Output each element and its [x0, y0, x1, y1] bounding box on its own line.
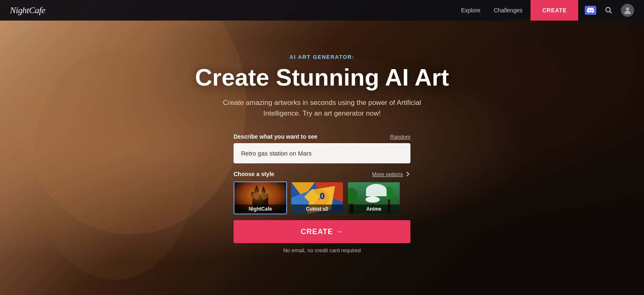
nav-create-button[interactable]: CREATE: [530, 0, 578, 21]
nav-challenges[interactable]: Challenges: [493, 7, 522, 14]
logo[interactable]: NightCafe: [10, 5, 461, 16]
nightcafe-label: NightCafe: [234, 204, 286, 214]
svg-rect-8: [262, 191, 266, 198]
prompt-input[interactable]: [234, 143, 410, 163]
svg-point-12: [253, 192, 269, 200]
nav-explore[interactable]: Explore: [461, 7, 480, 14]
svg-point-22: [322, 194, 323, 198]
nav-icons: [585, 4, 634, 17]
navbar: NightCafe Explore Challenges CREATE: [0, 0, 644, 21]
main-heading: Create Stunning AI Art: [195, 64, 449, 91]
create-button[interactable]: CREATE →: [234, 220, 410, 243]
svg-point-4: [626, 7, 629, 11]
svg-point-30: [366, 197, 380, 203]
style-option-nightcafe[interactable]: NightCafe: [234, 181, 287, 214]
user-avatar[interactable]: [621, 4, 634, 17]
style-label-row: Choose a style More options: [234, 171, 410, 177]
anime-label: Anime: [348, 204, 400, 214]
tag-line: AI ART GENERATOR:: [290, 54, 354, 60]
svg-point-21: [315, 194, 317, 198]
svg-rect-9: [251, 192, 255, 197]
main-content: AI ART GENERATOR: Create Stunning AI Art…: [0, 21, 644, 295]
disclaimer-text: No email, no credit card required: [234, 247, 410, 253]
sub-heading: Create amazing artworks in seconds using…: [207, 98, 437, 118]
svg-rect-7: [254, 190, 259, 198]
more-options-link[interactable]: More options: [372, 171, 410, 177]
nav-links: Explore Challenges: [461, 7, 523, 14]
cubist-label: Cubist v2: [291, 204, 343, 214]
search-icon[interactable]: [603, 5, 614, 16]
discord-icon[interactable]: [585, 6, 596, 15]
style-options: NightCafe: [234, 181, 410, 214]
random-link[interactable]: Random: [390, 134, 410, 140]
svg-point-19: [313, 193, 318, 200]
style-option-cubist[interactable]: Cubist v2: [290, 181, 344, 214]
svg-line-3: [610, 12, 612, 14]
prompt-label: Describe what you want to see: [234, 133, 317, 140]
svg-point-28: [384, 187, 394, 200]
svg-point-18: [309, 189, 329, 207]
svg-point-2: [606, 7, 610, 12]
art-generator-form: Describe what you want to see Random Cho…: [234, 133, 410, 253]
style-label: Choose a style: [234, 171, 274, 177]
style-option-anime[interactable]: Anime: [347, 181, 401, 214]
prompt-label-row: Describe what you want to see Random: [234, 133, 410, 140]
